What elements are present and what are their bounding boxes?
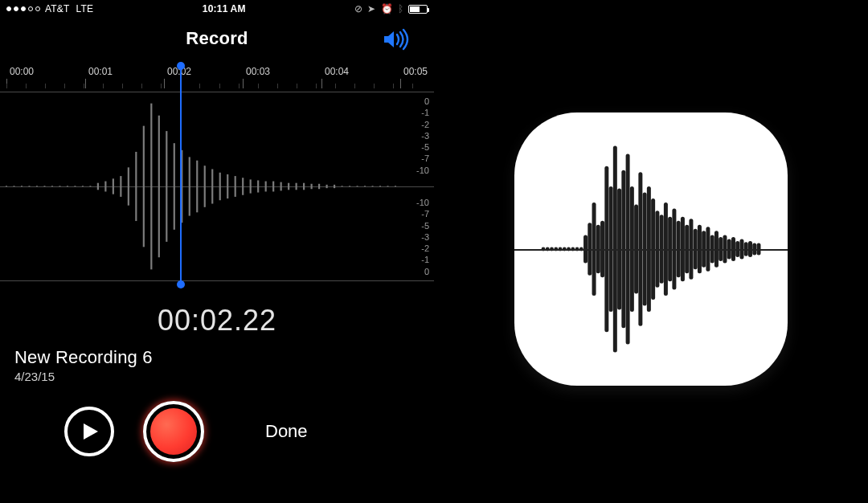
status-bar: AT&T LTE 10:11 AM ⊘ ➤ ⏰ ᛒ [0,0,434,16]
db-scale-top: 0-1-2 -3-5-7 -10 [416,96,429,176]
elapsed-time: 00:02.22 [0,304,434,337]
waveform-panel[interactable]: 0-1-2 -3-5-7 -10 0-1-2 -3-5-7 -10 [0,92,434,281]
ruler-label: 00:03 [246,66,270,77]
speaker-icon [383,28,410,51]
ruler-label: 00:04 [325,66,349,77]
network-label: LTE [76,3,94,14]
battery-icon [408,5,428,14]
ruler-label: 00:05 [403,66,428,77]
location-icon: ➤ [367,3,375,14]
ruler-label: 00:00 [10,66,34,77]
alarm-icon: ⏰ [381,3,393,14]
record-icon [150,408,197,455]
play-button[interactable] [64,407,114,456]
play-icon [82,422,100,441]
carrier-label: AT&T [45,3,70,14]
playhead[interactable] [180,67,182,284]
status-time: 10:11 AM [93,3,354,14]
record-button[interactable] [143,401,204,462]
rotation-lock-icon: ⊘ [354,3,362,14]
done-button[interactable]: Done [265,421,308,442]
time-ruler[interactable]: 00:00 00:01 00:02 00:03 00:04 00:05 [0,66,434,92]
signal-strength [6,6,40,11]
speaker-button[interactable] [383,27,410,51]
ruler-label: 00:01 [88,66,113,77]
recording-date: 4/23/15 [14,370,434,383]
recording-name[interactable]: New Recording 6 [14,347,434,368]
bluetooth-icon: ᛒ [398,3,403,14]
db-scale-bottom: 0-1-2 -3-5-7 -10 [416,197,429,277]
page-title: Record [186,28,248,49]
voice-memos-app-icon [514,112,788,386]
